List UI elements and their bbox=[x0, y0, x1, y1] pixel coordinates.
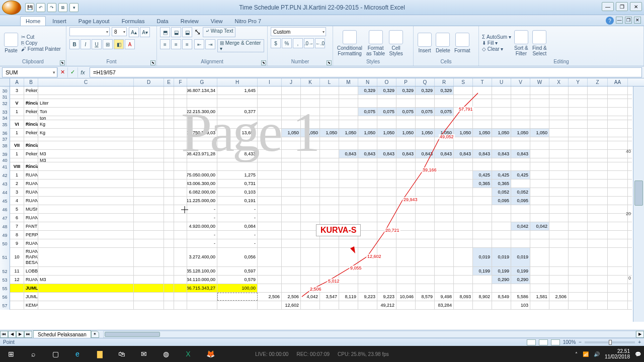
cell[interactable] bbox=[282, 231, 301, 239]
cell[interactable] bbox=[358, 116, 377, 120]
col-header[interactable]: O bbox=[377, 78, 396, 86]
comma-icon[interactable]: , bbox=[293, 38, 303, 48]
cell[interactable] bbox=[608, 141, 628, 149]
cell[interactable] bbox=[258, 171, 282, 179]
row-header[interactable]: 51 bbox=[0, 248, 10, 267]
cell[interactable]: 35.128.100,00 bbox=[187, 267, 217, 275]
accounting-icon[interactable]: $ bbox=[271, 38, 281, 48]
cell[interactable] bbox=[258, 231, 282, 239]
cell[interactable] bbox=[282, 95, 301, 99]
cell[interactable] bbox=[38, 137, 134, 141]
cell[interactable]: 8,549 bbox=[492, 293, 511, 301]
cell[interactable]: 0,191 bbox=[217, 197, 258, 205]
cell[interactable]: 0,042 bbox=[530, 222, 549, 230]
cell[interactable] bbox=[377, 197, 396, 205]
cell[interactable] bbox=[339, 171, 358, 179]
cell[interactable] bbox=[164, 99, 174, 107]
cell[interactable] bbox=[38, 95, 134, 99]
cell[interactable] bbox=[320, 284, 339, 292]
cell[interactable] bbox=[301, 171, 320, 179]
cell[interactable]: 4,042 bbox=[301, 293, 320, 301]
cell[interactable]: Pekerjaan Mekanikal & Elektrikal bbox=[24, 129, 38, 137]
cell[interactable] bbox=[549, 86, 569, 95]
cell[interactable] bbox=[38, 141, 134, 149]
cell[interactable]: - bbox=[187, 205, 217, 213]
cell[interactable] bbox=[511, 99, 530, 107]
cell[interactable] bbox=[588, 99, 608, 107]
cell[interactable] bbox=[492, 284, 511, 292]
cell[interactable] bbox=[301, 137, 320, 141]
tab-view[interactable]: View bbox=[205, 16, 228, 26]
cell[interactable] bbox=[258, 120, 282, 128]
cell[interactable] bbox=[588, 171, 608, 179]
cell[interactable] bbox=[358, 162, 377, 170]
row-header[interactable]: 52 bbox=[0, 267, 10, 276]
cell[interactable] bbox=[377, 116, 396, 120]
bold-button[interactable]: B bbox=[69, 39, 79, 49]
sort-filter-button[interactable]: Sort & Filter bbox=[513, 29, 529, 57]
cell[interactable] bbox=[217, 158, 258, 162]
col-header[interactable]: E bbox=[164, 78, 174, 86]
cell[interactable] bbox=[588, 150, 608, 158]
cell[interactable] bbox=[24, 137, 38, 141]
col-header[interactable]: L bbox=[320, 78, 339, 86]
cell[interactable] bbox=[187, 162, 217, 170]
cell[interactable] bbox=[530, 179, 549, 188]
cell[interactable]: M3 bbox=[38, 150, 134, 158]
cell[interactable]: 75.050.000,00 bbox=[187, 171, 217, 179]
cell[interactable] bbox=[174, 129, 187, 137]
cell[interactable] bbox=[282, 162, 301, 170]
cell[interactable] bbox=[530, 231, 549, 239]
indent-dec-icon[interactable]: ⇤ bbox=[194, 39, 204, 49]
cell[interactable] bbox=[282, 214, 301, 222]
cell[interactable] bbox=[10, 301, 24, 309]
cell[interactable] bbox=[435, 188, 454, 196]
cell[interactable]: 9,223 bbox=[377, 293, 396, 301]
cell[interactable] bbox=[416, 197, 435, 205]
grow-font-icon[interactable]: A▴ bbox=[129, 27, 139, 37]
cell[interactable] bbox=[301, 108, 320, 116]
underline-button[interactable]: U bbox=[92, 39, 102, 49]
cell[interactable]: 0,075 bbox=[358, 108, 377, 116]
cell[interactable] bbox=[416, 99, 435, 107]
row-header[interactable]: 39 bbox=[0, 150, 10, 158]
cell[interactable] bbox=[608, 205, 628, 213]
cell[interactable] bbox=[492, 222, 511, 230]
cell[interactable] bbox=[174, 197, 187, 205]
cell[interactable]: 1,050 bbox=[530, 129, 549, 137]
cell[interactable] bbox=[38, 267, 134, 275]
cell[interactable] bbox=[164, 267, 174, 275]
cell[interactable] bbox=[416, 276, 435, 284]
cut-button[interactable]: ✂ Cut bbox=[21, 34, 61, 40]
cell[interactable] bbox=[164, 293, 174, 301]
cell[interactable] bbox=[549, 301, 569, 309]
cell[interactable] bbox=[320, 188, 339, 196]
cell[interactable] bbox=[492, 95, 511, 99]
cell[interactable] bbox=[454, 137, 473, 141]
col-header[interactable]: Z bbox=[588, 78, 608, 86]
row-header[interactable]: 48 bbox=[0, 222, 10, 231]
volume-icon[interactable]: 🔊 bbox=[594, 351, 600, 357]
tray-up-icon[interactable]: ˄ bbox=[575, 351, 578, 357]
cell[interactable]: 1 bbox=[10, 129, 24, 137]
cell[interactable] bbox=[454, 222, 473, 230]
cell[interactable] bbox=[435, 179, 454, 188]
cell[interactable] bbox=[164, 276, 174, 284]
cell[interactable] bbox=[454, 86, 473, 95]
cell[interactable] bbox=[454, 116, 473, 120]
normal-view-icon[interactable] bbox=[527, 339, 536, 345]
cell[interactable] bbox=[164, 222, 174, 230]
cell[interactable] bbox=[549, 162, 569, 170]
cell[interactable] bbox=[454, 248, 473, 266]
cell[interactable] bbox=[320, 248, 339, 266]
cell[interactable] bbox=[492, 86, 511, 95]
cell[interactable]: 1 bbox=[10, 171, 24, 179]
col-header[interactable]: V bbox=[511, 78, 530, 86]
cell[interactable]: RUANG RAPAT (4 RUANGAN RAPAT, 1 RUANG RA… bbox=[24, 248, 38, 266]
cell[interactable] bbox=[530, 162, 549, 170]
cell[interactable] bbox=[588, 162, 608, 170]
cell[interactable] bbox=[217, 293, 258, 301]
cell[interactable] bbox=[492, 214, 511, 222]
cell[interactable] bbox=[134, 86, 164, 95]
excel-icon[interactable]: X bbox=[177, 346, 199, 362]
